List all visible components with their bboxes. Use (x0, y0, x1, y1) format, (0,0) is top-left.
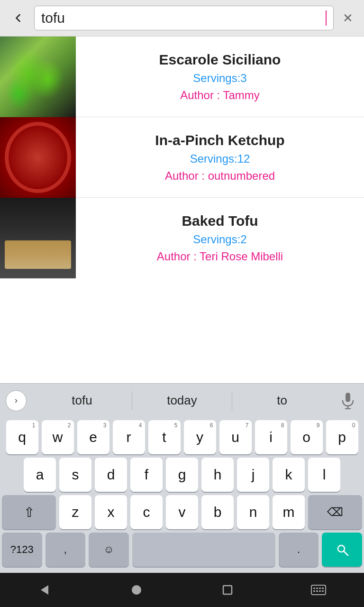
comma-key[interactable]: , (46, 533, 86, 567)
key-number: 9 (317, 422, 320, 429)
key-l[interactable]: l (308, 458, 340, 492)
recipe-info: Baked Tofu Servings:2 Author : Teri Rose… (76, 203, 364, 273)
recipe-item[interactable]: Escarole Siciliano Servings:3 Author : T… (0, 37, 364, 117)
search-input[interactable]: tofu (41, 10, 325, 26)
recipe-thumbnail (0, 198, 76, 278)
backspace-key[interactable]: ⌫ (308, 495, 362, 529)
keyboard-suggestions: › tofu today to (0, 383, 364, 417)
recipe-servings: Servings:3 (193, 72, 246, 85)
recipe-info: Escarole Siciliano Servings:3 Author : T… (76, 42, 364, 111)
key-m[interactable]: m (273, 495, 305, 529)
key-n[interactable]: n (237, 495, 269, 529)
key-number: 1 (32, 422, 36, 429)
key-k[interactable]: k (273, 458, 305, 492)
backspace-icon: ⌫ (327, 506, 343, 519)
key-j[interactable]: j (237, 458, 269, 492)
key-e[interactable]: e3 (77, 420, 109, 454)
svg-rect-15 (319, 590, 321, 592)
suggestion-tofu[interactable]: tofu (32, 384, 132, 417)
suggestion-to[interactable]: to (232, 384, 332, 417)
svg-rect-10 (316, 588, 318, 589)
recipe-thumbnail (0, 37, 76, 117)
nav-keyboard-icon (311, 585, 326, 595)
key-t[interactable]: t5 (148, 420, 181, 454)
key-number: 8 (281, 422, 284, 429)
recipe-thumbnail (0, 117, 76, 198)
keyboard: q1 w2 e3 r4 t5 y6 u7 i8 o9 p0 a s d f g … (0, 417, 364, 573)
keyboard-row-3: ⇧ z x c v b n m ⌫ (2, 495, 362, 529)
key-b[interactable]: b (201, 495, 234, 529)
key-h[interactable]: h (201, 458, 234, 492)
recipe-title: In-a-Pinch Ketchup (155, 132, 284, 148)
shift-key[interactable]: ⇧ (2, 495, 56, 529)
recipe-author: Author : Teri Rose Mibelli (157, 250, 283, 263)
recipe-author: Author : outnumbered (165, 169, 275, 183)
key-i[interactable]: i8 (255, 420, 287, 454)
key-number: 6 (210, 422, 213, 429)
key-f[interactable]: f (130, 458, 163, 492)
key-number: 0 (352, 422, 355, 429)
microphone-button[interactable] (332, 385, 364, 417)
recipe-item[interactable]: Baked Tofu Servings:2 Author : Teri Rose… (0, 198, 364, 278)
emoji-icon: ☺ (103, 543, 114, 556)
period-key[interactable]: . (279, 533, 319, 567)
suggestion-today[interactable]: today (132, 384, 232, 417)
recipe-author: Author : Tammy (180, 89, 260, 102)
nav-keyboard-button[interactable] (304, 576, 333, 604)
bottom-nav-bar (0, 573, 364, 607)
svg-rect-16 (322, 590, 324, 592)
nav-back-button[interactable] (31, 576, 60, 604)
recipe-title: Baked Tofu (182, 213, 258, 229)
nav-home-icon (130, 583, 143, 597)
key-p[interactable]: p0 (326, 420, 358, 454)
recipe-item[interactable]: In-a-Pinch Ketchup Servings:12 Author : … (0, 117, 364, 198)
key-a[interactable]: a (24, 458, 56, 492)
svg-rect-12 (322, 588, 324, 589)
recipe-info: In-a-Pinch Ketchup Servings:12 Author : … (76, 123, 364, 192)
key-s[interactable]: s (59, 458, 91, 492)
key-w[interactable]: w2 (42, 420, 74, 454)
key-q[interactable]: q1 (6, 420, 38, 454)
emoji-key[interactable]: ☺ (89, 533, 129, 567)
nav-back-icon (39, 583, 52, 597)
key-d[interactable]: d (95, 458, 127, 492)
svg-line-4 (344, 552, 348, 556)
key-r[interactable]: r4 (113, 420, 145, 454)
nav-home-button[interactable] (122, 576, 151, 604)
clear-button[interactable]: ✕ (339, 9, 356, 27)
key-u[interactable]: u7 (219, 420, 252, 454)
svg-rect-9 (313, 588, 315, 589)
nav-recents-icon (221, 583, 234, 597)
key-x[interactable]: x (95, 495, 127, 529)
recipe-servings: Servings:2 (193, 233, 246, 246)
key-number: 7 (246, 422, 249, 429)
shift-icon: ⇧ (24, 505, 35, 520)
key-number: 4 (139, 422, 142, 429)
key-number: 3 (103, 422, 107, 429)
back-button[interactable] (8, 8, 28, 28)
search-input-wrapper[interactable]: tofu (34, 6, 334, 30)
svg-rect-14 (316, 590, 318, 592)
svg-point-6 (132, 585, 141, 595)
key-g[interactable]: g (166, 458, 198, 492)
arrow-icon: › (6, 390, 27, 411)
recipe-servings: Servings:12 (190, 152, 250, 166)
key-c[interactable]: c (130, 495, 163, 529)
nav-recents-button[interactable] (213, 576, 242, 604)
keyboard-row-2: a s d f g h j k l (2, 458, 362, 492)
key-y[interactable]: y6 (184, 420, 216, 454)
key-o[interactable]: o9 (291, 420, 323, 454)
space-key[interactable] (132, 533, 275, 567)
search-key[interactable] (322, 533, 362, 567)
suggestion-words: tofu today to (32, 384, 332, 417)
keyboard-row-1: q1 w2 e3 r4 t5 y6 u7 i8 o9 p0 (2, 420, 362, 454)
key-number: 2 (68, 422, 71, 429)
key-z[interactable]: z (59, 495, 91, 529)
key-v[interactable]: v (166, 495, 198, 529)
symbols-key[interactable]: ?123 (2, 533, 42, 567)
svg-rect-0 (346, 393, 350, 402)
suggestions-expand-button[interactable]: › (0, 385, 32, 417)
svg-rect-8 (311, 585, 326, 595)
recipe-title: Escarole Siciliano (159, 52, 281, 68)
cursor (326, 10, 327, 26)
